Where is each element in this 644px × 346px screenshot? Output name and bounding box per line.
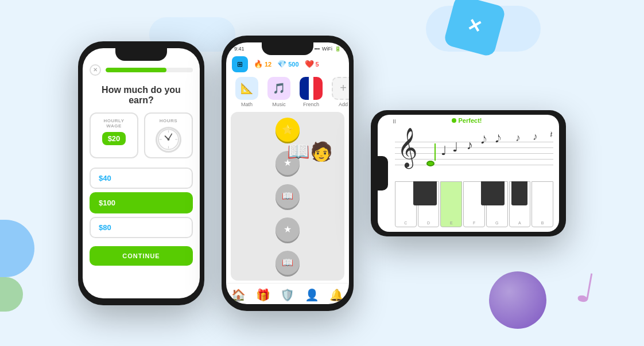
nav-home[interactable]: 🏠 (231, 288, 246, 302)
add-tab-label: Add (339, 102, 348, 107)
signal-icons: ▪▪▪ WiFi 🔋 (314, 46, 341, 52)
key-C-label: C (404, 221, 407, 225)
answer-80[interactable]: $80 (90, 217, 193, 238)
notch-landscape (378, 156, 388, 191)
key-A-label: A (518, 221, 521, 225)
staff-line-5 (395, 165, 553, 165)
answers-list: $40 $100 $80 (83, 168, 200, 238)
svg-point-7 (168, 138, 170, 141)
nav-notification[interactable]: 🔔 (329, 288, 344, 302)
piano-header: ⏸ Perfect! (389, 115, 559, 127)
tab-add[interactable]: + Add (327, 77, 349, 107)
wifi-icon: WiFi (322, 46, 332, 52)
answer-100[interactable]: $100 (90, 192, 193, 213)
progress-bar (106, 68, 193, 72)
music-tab-label: Music (272, 102, 286, 107)
piano-keys: C D E F G (395, 181, 553, 232)
flame-icon: 🔥 (254, 60, 263, 68)
note-6: ♪ (515, 132, 521, 144)
bottom-nav: 🏠 🎁 🛡️ 👤 🔔 (226, 283, 349, 304)
hourly-wage-label: HOURLY WAGE (95, 118, 133, 129)
piano-controls: ⏸ (391, 118, 397, 125)
note-2: ♩ (452, 140, 458, 155)
progress-fill (106, 68, 166, 72)
signal-icon: ▪▪▪ (314, 46, 320, 52)
key-F-label: F (473, 221, 475, 225)
music-tab-icon: 🎵 (267, 77, 290, 100)
note-3: ♪ (467, 138, 473, 153)
phone-math-quiz: ✕ How much do you earn? HOURLY WAGE $20 … (78, 41, 204, 305)
hourly-wage-box: HOURLY WAGE $20 (90, 112, 138, 158)
gems-value: 500 (288, 61, 298, 68)
perfect-indicator: Perfect! (446, 117, 488, 126)
key-D-label: D (427, 221, 430, 225)
key-B[interactable]: B (532, 181, 553, 227)
continue-button[interactable]: CONTINUE (90, 246, 193, 266)
pause-icon[interactable]: ⏸ (391, 118, 397, 125)
clock-icon (156, 127, 181, 153)
close-button[interactable]: ✕ (90, 64, 101, 76)
nav-profile[interactable]: 👤 (305, 288, 319, 302)
hearts-stat: ❤️ 5 (305, 60, 319, 68)
lesson-map: ⭐ 📖🧑 ★ 📖 ★ 📖 (231, 112, 344, 281)
perfect-text: Perfect! (459, 117, 482, 124)
battery-icon: 🔋 (335, 46, 341, 52)
add-tab-icon: + (332, 77, 349, 100)
nav-gifts[interactable]: 🎁 (256, 288, 270, 302)
phone-duolingo: 9:41 ▪▪▪ WiFi 🔋 ⊞ 🔥 12 💎 500 (222, 36, 354, 311)
key-B-label: B (541, 221, 544, 225)
streak-stat: 🔥 12 (254, 60, 271, 68)
key-A[interactable]: A (509, 181, 531, 227)
subject-tabs: 📐 Math 🎵 Music French + Add (226, 77, 349, 112)
key-G-label: G (495, 221, 498, 225)
hours-box: HOURS (144, 112, 193, 158)
key-E[interactable]: E (440, 181, 462, 227)
staff-line-4 (395, 159, 553, 160)
notch-2 (262, 42, 313, 55)
key-F[interactable]: F (463, 181, 485, 227)
time-display: 9:41 (234, 46, 245, 52)
stats-bar: ⊞ 🔥 12 💎 500 ❤️ 5 (226, 54, 349, 77)
key-C[interactable]: C (395, 181, 417, 227)
quiz-question: How much do you earn? (83, 80, 200, 112)
white-keys: C D E F G (395, 181, 553, 227)
staff-line-2 (395, 147, 553, 148)
math-tab-icon: 📐 (235, 77, 258, 100)
perfect-dot (452, 118, 456, 123)
hearts-value: 5 (316, 61, 319, 68)
tab-music[interactable]: 🎵 Music (263, 77, 295, 107)
staff-line-3 (395, 153, 553, 154)
map-node-star-2[interactable]: ★ (276, 217, 300, 242)
staff-line-1 (395, 142, 553, 142)
treble-clef: 𝄞 (397, 130, 417, 165)
french-tab-icon (300, 77, 323, 100)
map-node-book-2[interactable]: 📖 (276, 251, 300, 275)
key-G[interactable]: G (486, 181, 508, 227)
music-staff: 𝄞 ♩ ♩ ♪ 𝅘𝅥𝅮 𝅘𝅥𝅮 ♪ ♪ 𝄽 (395, 127, 553, 179)
tab-math[interactable]: 📐 Math (231, 77, 263, 107)
character-sprite: 📖🧑 (287, 141, 333, 162)
hours-label: HOURS (150, 118, 187, 123)
gem-icon: 💎 (277, 60, 286, 68)
tab-french[interactable]: French (295, 77, 327, 107)
map-node-star-active[interactable]: ⭐ (276, 118, 300, 142)
map-node-book-1[interactable]: 📖 (276, 184, 300, 208)
math-tab-label: Math (241, 102, 253, 107)
note-1: ♩ (441, 143, 447, 158)
wage-section: HOURLY WAGE $20 HOURS (83, 112, 200, 158)
phone-piano: ⏸ Perfect! 𝄞 (371, 110, 566, 236)
notch-1 (115, 48, 167, 61)
note-7: ♪ (533, 131, 538, 143)
key-D[interactable]: D (418, 181, 440, 227)
nav-shield[interactable]: 🛡️ (280, 288, 294, 302)
answer-40[interactable]: $40 (90, 168, 193, 189)
wage-value: $20 (102, 132, 126, 145)
french-tab-label: French (303, 102, 319, 107)
heart-icon: ❤️ (305, 60, 314, 68)
gems-stat: 💎 500 (277, 60, 298, 68)
active-note (426, 161, 434, 166)
streak-value: 12 (265, 61, 271, 68)
menu-icon[interactable]: ⊞ (232, 56, 248, 72)
key-E-label: E (450, 221, 453, 225)
